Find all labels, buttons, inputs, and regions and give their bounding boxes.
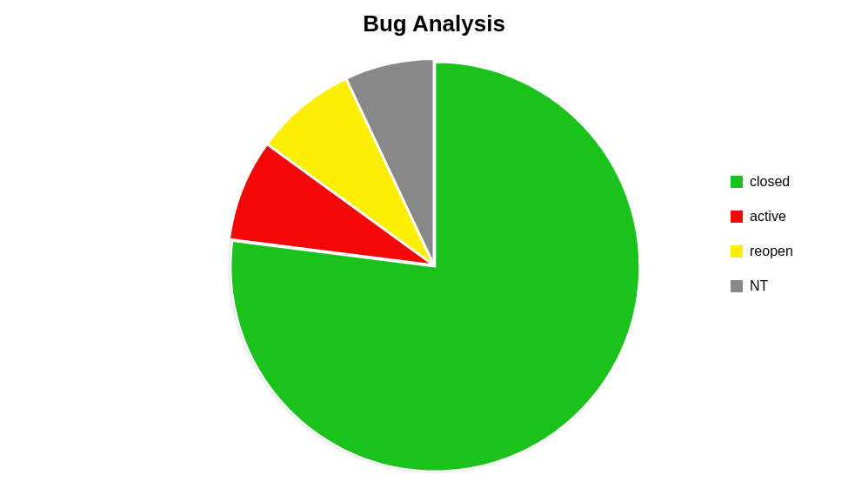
legend-label: closed [750, 174, 790, 190]
legend: closed active reopen NT [731, 174, 793, 313]
legend-swatch-icon [731, 176, 743, 188]
legend-item: active [731, 209, 793, 224]
pie-chart [217, 48, 651, 482]
legend-item: closed [731, 174, 793, 190]
legend-label: NT [750, 278, 768, 294]
chart-title: Bug Analysis [0, 10, 868, 37]
legend-item: reopen [731, 244, 793, 259]
legend-label: reopen [750, 244, 793, 259]
legend-label: active [750, 209, 786, 224]
legend-swatch-icon [731, 280, 743, 292]
legend-swatch-icon [731, 211, 743, 223]
legend-item: NT [731, 278, 793, 294]
legend-swatch-icon [731, 245, 743, 258]
